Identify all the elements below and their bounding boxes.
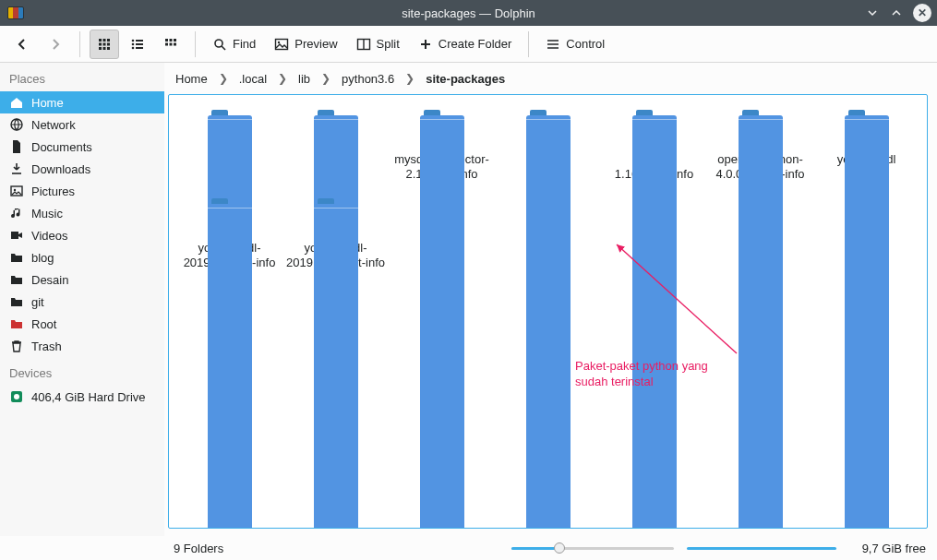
sidebar-item-network[interactable]: Network	[0, 113, 164, 136]
svg-line-22	[222, 46, 225, 50]
sidebar-item-label: blog	[31, 251, 54, 265]
back-button[interactable]	[7, 30, 37, 59]
folder-icon	[9, 294, 24, 309]
folder-icon	[845, 110, 889, 147]
free-space-label: 9,7 GiB free	[862, 542, 926, 555]
disk-usage-bar	[687, 542, 849, 554]
sidebar-item-label: Network	[31, 118, 76, 132]
zoom-slider[interactable]	[511, 542, 674, 554]
sidebar-item-label: Desain	[31, 273, 68, 287]
sidebar-item-label: Videos	[31, 229, 68, 243]
plus-icon	[418, 37, 433, 52]
split-button[interactable]: Split	[349, 30, 407, 59]
folder-item[interactable]: youtube_dl-2019.2.8.dist-info	[176, 195, 282, 278]
annotation-text: Paket-paket python yang sudah terinstal	[575, 358, 708, 389]
folder-item[interactable]: mysql_connector-2.1.6.dist-info	[389, 106, 495, 189]
breadcrumb-item[interactable]: .local	[237, 70, 269, 88]
folder-icon	[208, 110, 252, 147]
download-icon	[9, 161, 24, 176]
sidebar-item-label: Root	[31, 317, 56, 331]
svg-rect-30	[11, 232, 18, 239]
sidebar-item-hdd[interactable]: 406,4 GiB Hard Drive	[0, 386, 164, 408]
folder-icon	[632, 110, 677, 147]
music-icon	[9, 206, 24, 220]
svg-rect-0	[99, 39, 102, 42]
folder-icon	[314, 110, 358, 147]
toolbar: Find Preview Split Create Folder Control	[0, 26, 937, 63]
folder-icon	[314, 198, 358, 235]
folder-item[interactable]: cv2	[176, 106, 282, 189]
sidebar-item-root[interactable]: Root	[0, 313, 164, 335]
svg-rect-7	[103, 47, 106, 50]
sidebar-item-label: git	[31, 295, 44, 309]
sidebar-item-label: Pictures	[31, 185, 75, 198]
svg-point-21	[215, 40, 222, 47]
breadcrumb-item[interactable]: Home	[174, 70, 210, 88]
sidebar-item-git[interactable]: git	[0, 291, 164, 313]
folder-item[interactable]: numpy-1.16.1.dist-info	[601, 106, 707, 189]
control-menu-button[interactable]: Control	[538, 30, 612, 59]
svg-rect-5	[107, 42, 110, 45]
details-view-button[interactable]	[156, 30, 186, 59]
forward-button[interactable]	[41, 30, 70, 59]
doc-icon	[9, 139, 24, 154]
split-label: Split	[377, 37, 400, 51]
svg-rect-14	[136, 47, 143, 49]
control-label: Control	[566, 37, 605, 51]
create-folder-label: Create Folder	[438, 37, 511, 51]
window-title: site-packages — Dolphin	[0, 6, 937, 20]
main-area: Home❯.local❯lib❯python3.6❯site-packages …	[164, 63, 937, 536]
sidebar-item-home[interactable]: Home	[0, 91, 164, 113]
svg-rect-20	[174, 42, 176, 45]
sidebar-item-videos[interactable]: Videos	[0, 224, 164, 246]
places-header: Places	[0, 68, 164, 91]
devices-header: Devices	[0, 363, 164, 386]
sidebar-item-music[interactable]: Music	[0, 202, 164, 224]
svg-point-29	[14, 189, 16, 191]
folder-item[interactable]: mysql	[282, 106, 389, 189]
folder-icon	[526, 110, 571, 147]
folder-item[interactable]: youtube_dl	[813, 106, 919, 189]
sidebar-item-blog[interactable]: blog	[0, 246, 164, 268]
sidebar-item-label: Trash	[31, 340, 62, 353]
titlebar: site-packages — Dolphin ✕	[0, 0, 937, 26]
svg-rect-2	[107, 39, 110, 42]
sidebar-item-label: Documents	[31, 140, 92, 154]
svg-rect-1	[103, 39, 106, 42]
svg-point-32	[14, 394, 19, 399]
breadcrumb-item[interactable]: site-packages	[424, 70, 507, 88]
close-button[interactable]: ✕	[913, 4, 931, 22]
svg-rect-8	[107, 47, 110, 50]
sidebar-item-downloads[interactable]: Downloads	[0, 158, 164, 180]
svg-point-11	[132, 42, 135, 45]
svg-rect-10	[136, 40, 143, 42]
create-folder-button[interactable]: Create Folder	[411, 30, 519, 59]
folder-item[interactable]: youtube_dl-2019.4.17.dist-info	[282, 195, 389, 278]
file-pane[interactable]: cv2mysqlmysql_connector-2.1.6.dist-infon…	[168, 94, 928, 529]
svg-rect-4	[103, 42, 106, 45]
sidebar-item-documents[interactable]: Documents	[0, 136, 164, 158]
preview-button[interactable]: Preview	[267, 30, 344, 59]
video-icon	[9, 228, 24, 243]
sidebar-item-trash[interactable]: Trash	[0, 335, 164, 357]
hamburger-icon	[546, 37, 560, 52]
icons-view-button[interactable]	[90, 30, 119, 59]
folder-item[interactable]: opencv_python-4.0.0.21.dist-info	[707, 106, 813, 189]
annotation-line2: sudah terinstal	[575, 374, 708, 389]
folder-item[interactable]: numpy	[495, 106, 601, 189]
sidebar-item-label: Music	[31, 207, 63, 220]
root-icon	[9, 316, 24, 331]
chevron-right-icon: ❯	[321, 72, 330, 85]
breadcrumb-item[interactable]: lib	[296, 70, 312, 88]
sidebar-item-desain[interactable]: Desain	[0, 268, 164, 291]
minimize-button[interactable]	[865, 6, 880, 20]
breadcrumb-item[interactable]: python3.6	[340, 70, 396, 88]
sidebar-item-pictures[interactable]: Pictures	[0, 180, 164, 202]
find-button[interactable]: Find	[205, 30, 263, 59]
folder-icon	[208, 198, 252, 235]
chevron-right-icon: ❯	[278, 72, 287, 85]
compact-view-button[interactable]	[123, 30, 152, 59]
trash-icon	[9, 339, 24, 353]
maximize-button[interactable]	[889, 6, 904, 20]
svg-point-9	[132, 39, 135, 42]
